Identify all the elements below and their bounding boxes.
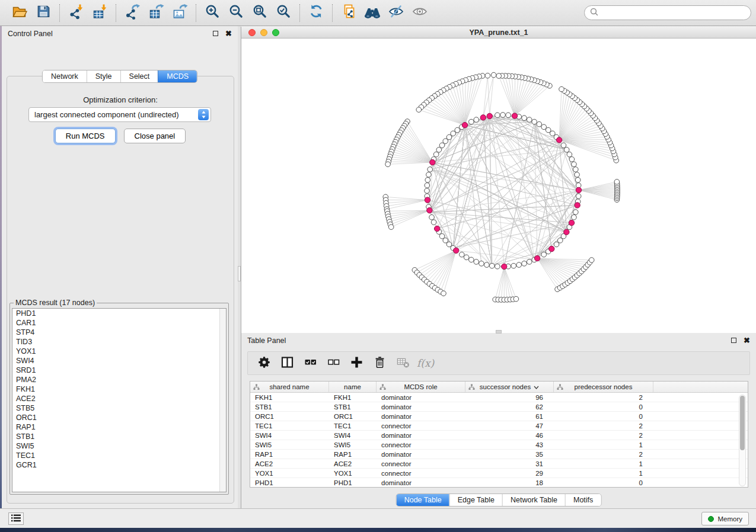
network-node[interactable] bbox=[446, 242, 452, 247]
network-node[interactable] bbox=[436, 147, 442, 152]
network-node[interactable] bbox=[416, 107, 422, 113]
table-row[interactable]: ACE2ACE2connector311 bbox=[250, 459, 748, 469]
table-row[interactable]: PHD1PHD1dominator180 bbox=[250, 478, 748, 488]
network-node[interactable] bbox=[541, 252, 547, 257]
network-node[interactable] bbox=[441, 291, 446, 296]
tab-style[interactable]: Style bbox=[87, 70, 120, 82]
tab-select[interactable]: Select bbox=[120, 70, 158, 82]
gear-button[interactable] bbox=[255, 354, 273, 372]
network-graph[interactable] bbox=[241, 39, 756, 333]
network-node[interactable] bbox=[459, 252, 464, 257]
network-node[interactable] bbox=[485, 73, 490, 78]
float-table-panel-icon[interactable] bbox=[731, 338, 736, 343]
cell-successor-nodes[interactable]: 47 bbox=[465, 421, 554, 430]
mcds-result-item[interactable]: CAR1 bbox=[12, 318, 226, 328]
cell-shared-name[interactable]: FKH1 bbox=[250, 393, 329, 402]
cell-MCDS-role[interactable]: dominator bbox=[377, 478, 465, 487]
save-button[interactable] bbox=[33, 3, 53, 23]
float-panel-icon[interactable] bbox=[213, 31, 218, 36]
network-hub-node[interactable] bbox=[512, 113, 517, 118]
network-node[interactable] bbox=[516, 262, 522, 268]
export-network-button[interactable] bbox=[122, 3, 142, 23]
mcds-result-item[interactable]: SWI4 bbox=[12, 356, 226, 366]
network-node[interactable] bbox=[443, 139, 448, 144]
network-node[interactable] bbox=[484, 262, 489, 268]
network-node[interactable] bbox=[506, 113, 511, 118]
zoom-selected-button[interactable] bbox=[273, 3, 294, 23]
network-node[interactable] bbox=[589, 258, 594, 263]
network-node[interactable] bbox=[425, 177, 430, 182]
tab-mcds[interactable]: MCDS bbox=[158, 70, 197, 82]
network-hub-node[interactable] bbox=[427, 207, 432, 213]
cell-successor-nodes[interactable]: 29 bbox=[465, 469, 554, 477]
mcds-result-item[interactable]: TID3 bbox=[12, 337, 226, 347]
import-network-button[interactable] bbox=[66, 3, 86, 23]
cell-shared-name[interactable]: ACE2 bbox=[250, 459, 329, 468]
network-node[interactable] bbox=[554, 242, 559, 247]
network-node[interactable] bbox=[425, 183, 430, 188]
network-node[interactable] bbox=[511, 263, 516, 268]
mcds-result-item[interactable]: SWI5 bbox=[12, 441, 226, 451]
network-hub-node[interactable] bbox=[575, 203, 580, 208]
network-node[interactable] bbox=[546, 127, 551, 133]
network-node[interactable] bbox=[559, 86, 564, 92]
cell-successor-nodes[interactable]: 62 bbox=[465, 402, 554, 411]
cell-predecessor-nodes[interactable]: 1 bbox=[554, 459, 653, 468]
network-node[interactable] bbox=[575, 172, 580, 177]
network-hub-node[interactable] bbox=[462, 122, 467, 127]
cell-predecessor-nodes[interactable]: 2 bbox=[554, 421, 653, 430]
cell-MCDS-role[interactable]: dominator bbox=[377, 393, 465, 402]
mcds-list-scrollbar[interactable] bbox=[219, 309, 226, 492]
network-node[interactable] bbox=[388, 225, 394, 230]
cell-successor-nodes[interactable]: 43 bbox=[465, 440, 554, 449]
network-node[interactable] bbox=[455, 127, 460, 133]
first-neighbors-button[interactable] bbox=[362, 3, 382, 23]
search-box[interactable] bbox=[584, 5, 751, 20]
import-table-button[interactable] bbox=[90, 3, 110, 23]
cell-shared-name[interactable]: SWI5 bbox=[250, 440, 329, 449]
cell-shared-name[interactable]: STB1 bbox=[250, 402, 329, 411]
cell-successor-nodes[interactable]: 46 bbox=[465, 431, 554, 440]
network-node[interactable] bbox=[575, 177, 580, 182]
table-scrollbar-thumb[interactable] bbox=[740, 396, 745, 450]
mcds-result-item[interactable]: GCR1 bbox=[12, 460, 226, 470]
column-header-MCDS-role[interactable]: MCDS role bbox=[377, 382, 465, 392]
network-node[interactable] bbox=[451, 131, 456, 136]
cell-name[interactable]: FKH1 bbox=[329, 393, 377, 402]
mcds-result-item[interactable]: YOX1 bbox=[12, 347, 226, 356]
tab-network[interactable]: Network bbox=[43, 70, 87, 82]
cell-predecessor-nodes[interactable]: 2 bbox=[554, 393, 653, 402]
hide-selected-button[interactable] bbox=[386, 3, 406, 23]
cell-successor-nodes[interactable]: 18 bbox=[465, 478, 554, 487]
network-node[interactable] bbox=[572, 214, 577, 220]
tab-motifs[interactable]: Motifs bbox=[565, 494, 601, 506]
cell-MCDS-role[interactable]: connector bbox=[377, 421, 465, 430]
cell-MCDS-role[interactable]: connector bbox=[377, 459, 465, 468]
network-hub-node[interactable] bbox=[534, 255, 540, 261]
run-mcds-button[interactable]: Run MCDS bbox=[55, 129, 116, 143]
network-canvas[interactable] bbox=[241, 39, 756, 333]
column-header-successor-nodes[interactable]: successor nodes bbox=[465, 382, 554, 392]
network-hub-node[interactable] bbox=[564, 229, 569, 235]
criterion-select[interactable]: largest connected component (undirected) bbox=[28, 107, 211, 122]
tab-edge-table[interactable]: Edge Table bbox=[449, 494, 502, 506]
network-node[interactable] bbox=[576, 194, 581, 199]
network-node[interactable] bbox=[495, 264, 500, 269]
export-image-button[interactable] bbox=[170, 3, 190, 23]
cell-predecessor-nodes[interactable]: 2 bbox=[554, 431, 653, 440]
memory-button[interactable]: Memory bbox=[701, 512, 749, 525]
table-row[interactable]: FKH1FKH1dominator962 bbox=[250, 393, 748, 402]
mcds-result-item[interactable]: PHD1 bbox=[12, 309, 226, 318]
table-row[interactable]: ORC1ORC1dominator610 bbox=[250, 412, 748, 421]
cell-name[interactable]: ACE2 bbox=[329, 459, 377, 468]
cell-MCDS-role[interactable]: connector bbox=[377, 469, 465, 477]
export-table-button[interactable] bbox=[146, 3, 166, 23]
mcds-result-item[interactable]: STB5 bbox=[12, 403, 226, 413]
network-hub-node[interactable] bbox=[453, 248, 458, 253]
network-node[interactable] bbox=[439, 143, 445, 148]
network-node[interactable] bbox=[439, 233, 445, 239]
network-hub-node[interactable] bbox=[556, 137, 562, 143]
mcds-result-list[interactable]: PHD1CAR1STP4TID3YOX1SWI4SRD1PMA2FKH1ACE2… bbox=[12, 308, 227, 492]
cell-name[interactable]: ORC1 bbox=[329, 412, 377, 421]
network-node[interactable] bbox=[474, 259, 479, 265]
